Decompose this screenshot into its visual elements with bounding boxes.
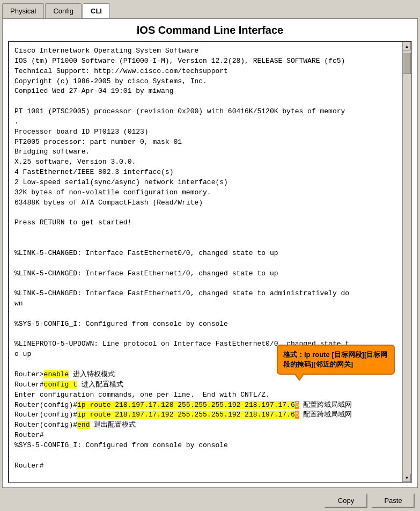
route1-prefix: Router(config)# — [14, 401, 77, 409]
prompt2: Router# — [14, 462, 44, 470]
config-prefix: Router# — [14, 381, 44, 389]
end-cmd: end — [77, 421, 90, 429]
main-content: IOS Command Line Interface Cisco Interne… — [2, 18, 418, 488]
copy-button[interactable]: Copy — [325, 493, 367, 508]
tab-config[interactable]: Config — [45, 3, 82, 18]
window: Physical Config CLI IOS Command Line Int… — [0, 0, 420, 511]
config-note: 进入配置模式 — [77, 381, 123, 389]
sys-config-msg: %SYS-5-CONFIG_I: Configured from console… — [14, 441, 228, 449]
route1-note: 6 — [295, 401, 299, 409]
scrollbar-up-btn[interactable]: ▲ — [403, 42, 411, 50]
page-title: IOS Command Line Interface — [3, 19, 417, 41]
prompt1: Router# — [14, 431, 44, 439]
terminal-scroll[interactable]: Cisco Internetwork Operating System Soft… — [9, 42, 402, 482]
enable-prefix: Router> — [14, 370, 44, 378]
scrollbar-down-btn[interactable]: ▼ — [403, 473, 411, 482]
paste-button[interactable]: Paste — [372, 493, 415, 508]
enable-note: 进入特权模式 — [69, 370, 115, 378]
config-cmd: config t — [44, 381, 77, 389]
terminal-output: Cisco Internetwork Operating System Soft… — [14, 46, 397, 481]
route2-note: 6 — [295, 411, 299, 419]
tab-bar: Physical Config CLI — [0, 0, 420, 18]
tab-physical[interactable]: Physical — [2, 3, 44, 18]
scrollbar-thumb[interactable] — [403, 53, 411, 74]
button-bar: Copy Paste — [0, 490, 420, 511]
tab-cli[interactable]: CLI — [83, 3, 110, 18]
tooltip-bubble: 格式：ip route [目标网段][目标网段的掩码][邻近的网关] — [277, 345, 395, 375]
route1-cmd: ip route 218.197.17.128 255.255.255.192 … — [77, 401, 295, 409]
end-prefix: Router(config)# — [14, 421, 77, 429]
config-enter-text: Enter configuration commands, one per li… — [14, 391, 270, 399]
route2-prefix: Router(config)# — [14, 411, 77, 419]
end-note: 退出配置模式 — [90, 421, 136, 429]
route2-label: 配置跨域局域网 — [299, 411, 352, 419]
enable-cmd: enable — [44, 370, 69, 378]
route1-label: 配置跨域局域网 — [299, 401, 352, 409]
terminal-container: Cisco Internetwork Operating System Soft… — [8, 41, 412, 483]
route2-cmd: ip route 218.197.17.192 255.255.255.192 … — [77, 411, 295, 419]
scrollbar[interactable]: ▲ ▼ — [402, 42, 411, 482]
